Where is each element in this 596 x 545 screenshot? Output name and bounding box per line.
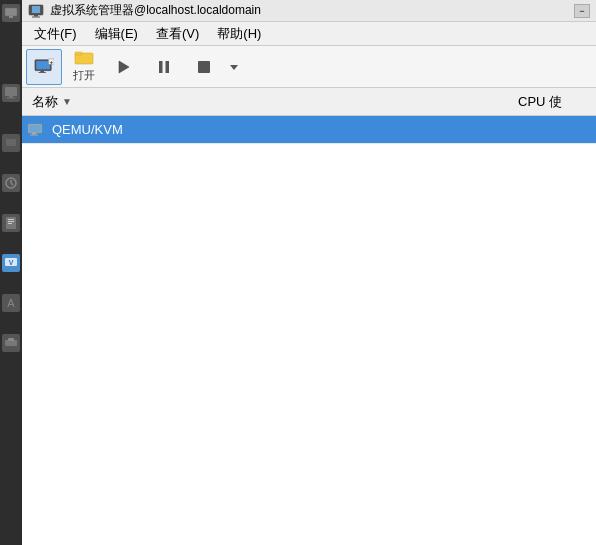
col-header-cpu: CPU 使 <box>512 93 592 111</box>
svg-text:V: V <box>9 259 14 266</box>
svg-rect-10 <box>8 219 14 220</box>
new-vm-button[interactable]: + <box>26 49 62 85</box>
sidebar-icon-4 <box>2 174 20 192</box>
svg-rect-38 <box>30 134 38 135</box>
svg-text:+: + <box>50 58 53 64</box>
svg-rect-0 <box>5 8 17 16</box>
svg-text:A: A <box>7 297 15 309</box>
title-bar: 虚拟系统管理器@localhost.localdomain − <box>22 0 596 22</box>
minimize-button[interactable]: − <box>574 4 590 18</box>
svg-rect-11 <box>8 221 14 222</box>
svg-marker-34 <box>230 65 238 70</box>
main-window: 虚拟系统管理器@localhost.localdomain − 文件(F) 编辑… <box>22 0 596 545</box>
svg-rect-23 <box>36 61 50 69</box>
menu-edit[interactable]: 编辑(E) <box>87 23 146 45</box>
sidebar-icon-2 <box>2 84 20 102</box>
svg-rect-5 <box>6 139 16 146</box>
sidebar-icon-img-3 <box>4 136 18 150</box>
svg-rect-12 <box>8 223 12 224</box>
svg-rect-37 <box>32 133 36 135</box>
content-area: 名称 ▼ CPU 使 QEMU/KVM <box>22 88 596 545</box>
toolbar: + 打开 <box>22 46 596 88</box>
sidebar-icon-img-8 <box>4 336 18 350</box>
pause-button[interactable] <box>146 49 182 85</box>
menu-view[interactable]: 查看(V) <box>148 23 207 45</box>
toolbar-dropdown-button[interactable] <box>226 49 242 85</box>
menu-help[interactable]: 帮助(H) <box>209 23 269 45</box>
col-header-name: 名称 ▼ <box>26 93 512 111</box>
open-icon <box>74 50 94 66</box>
stop-button[interactable] <box>186 49 222 85</box>
svg-rect-24 <box>40 70 44 71</box>
sidebar-icon-8 <box>2 334 20 352</box>
play-icon <box>114 59 134 75</box>
svg-rect-17 <box>8 338 14 341</box>
open-label: 打开 <box>73 68 95 83</box>
sort-icon: ▼ <box>62 96 72 107</box>
svg-line-8 <box>11 183 13 185</box>
vm-list: 名称 ▼ CPU 使 QEMU/KVM <box>22 88 596 545</box>
sidebar-icon-img <box>4 6 18 20</box>
svg-rect-21 <box>32 16 40 17</box>
svg-rect-2 <box>5 87 17 96</box>
title-controls: − <box>574 4 590 18</box>
svg-rect-33 <box>198 61 210 73</box>
sidebar-icon-img-5 <box>4 216 18 230</box>
svg-rect-31 <box>159 61 163 73</box>
dropdown-arrow-icon <box>229 62 239 72</box>
sidebar-icon-7: A <box>2 294 20 312</box>
sidebar-icon-img-7: A <box>4 296 18 310</box>
svg-rect-4 <box>7 98 15 99</box>
vm-row-icon <box>26 120 46 140</box>
vm-name: QEMU/KVM <box>50 122 512 137</box>
sidebar-icon-5 <box>2 214 20 232</box>
svg-rect-19 <box>32 6 40 13</box>
svg-rect-20 <box>34 15 38 17</box>
left-sidebar: V A <box>0 0 22 545</box>
svg-rect-29 <box>75 52 82 55</box>
sidebar-icon-img-6: V <box>4 256 18 270</box>
vm-monitor-icon <box>27 123 45 137</box>
app-icon <box>28 3 44 19</box>
svg-rect-25 <box>39 72 46 73</box>
menu-bar: 文件(F) 编辑(E) 查看(V) 帮助(H) <box>22 22 596 46</box>
vm-row[interactable]: QEMU/KVM <box>22 116 596 144</box>
title-text: 虚拟系统管理器@localhost.localdomain <box>50 2 574 19</box>
svg-rect-36 <box>29 125 41 132</box>
new-vm-icon: + <box>34 59 54 75</box>
sidebar-icon-img-2 <box>4 86 18 100</box>
svg-rect-1 <box>9 16 13 18</box>
open-button[interactable]: 打开 <box>66 49 102 85</box>
sidebar-icon-6: V <box>2 254 20 272</box>
sidebar-icon-3 <box>2 134 20 152</box>
stop-icon <box>194 59 214 75</box>
col-name-label: 名称 <box>32 93 58 111</box>
play-button[interactable] <box>106 49 142 85</box>
sidebar-icon-1 <box>2 4 20 22</box>
svg-rect-32 <box>166 61 170 73</box>
pause-icon <box>154 59 174 75</box>
svg-rect-3 <box>9 96 13 98</box>
column-headers: 名称 ▼ CPU 使 <box>22 88 596 116</box>
menu-file[interactable]: 文件(F) <box>26 23 85 45</box>
svg-marker-30 <box>119 61 129 73</box>
sidebar-icon-img-4 <box>4 176 18 190</box>
